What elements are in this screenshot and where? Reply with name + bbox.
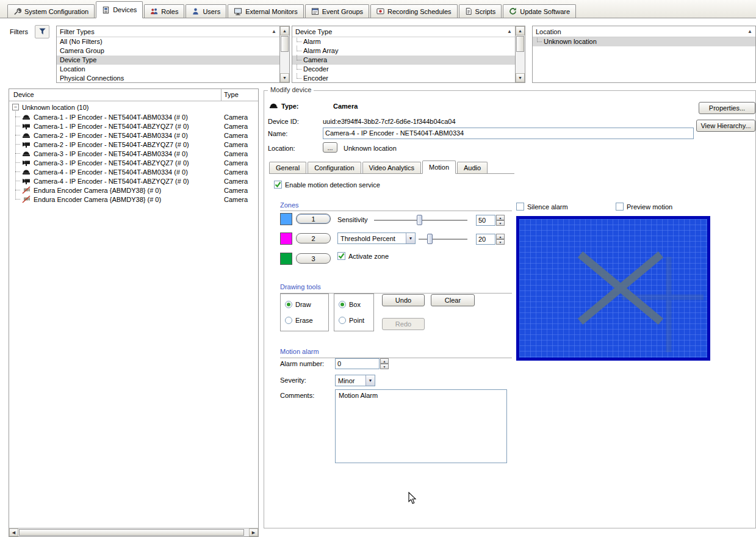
tree-root-row[interactable]: − Unknown location (10) bbox=[9, 102, 258, 112]
point-radio-row[interactable]: Point bbox=[339, 317, 364, 324]
device-type-item[interactable]: Decoder bbox=[292, 65, 515, 74]
filter-types-header[interactable]: Filter Types ▲ bbox=[57, 26, 279, 37]
tab-scripts[interactable]: Scripts bbox=[459, 4, 502, 18]
zone-2-color-swatch[interactable] bbox=[280, 232, 292, 245]
tab-video-analytics[interactable]: Video Analytics bbox=[362, 162, 421, 173]
device-type-item[interactable]: Alarm bbox=[292, 37, 515, 46]
scroll-down-button[interactable]: ▼ bbox=[280, 73, 289, 82]
tab-motion[interactable]: Motion bbox=[422, 160, 456, 174]
zone-1-button[interactable]: 1 bbox=[296, 214, 331, 224]
tab-recording-schedules[interactable]: Recording Schedules bbox=[370, 4, 458, 18]
device-type-item[interactable]: Camera bbox=[292, 56, 515, 65]
tab-roles[interactable]: Roles bbox=[144, 4, 184, 18]
device-type-item[interactable]: Alarm Array bbox=[292, 46, 515, 56]
zone-2-button[interactable]: 2 bbox=[296, 233, 331, 243]
tab-general[interactable]: General bbox=[269, 162, 306, 173]
device-type-item[interactable]: Encoder bbox=[292, 74, 515, 82]
erase-radio-row[interactable]: Erase bbox=[285, 317, 313, 324]
sort-ascending-icon[interactable]: ▲ bbox=[747, 29, 752, 34]
severity-dropdown[interactable]: Minor ▼ bbox=[335, 375, 375, 386]
spin-up-button[interactable]: ▲ bbox=[496, 234, 505, 239]
device-row[interactable]: Camera-2 - IP Encoder - NET5404T-ABZYQZ7… bbox=[9, 140, 258, 149]
radio-unselected-icon[interactable] bbox=[285, 317, 292, 324]
zone-3-button[interactable]: 3 bbox=[296, 253, 331, 264]
device-row[interactable]: Camera-3 - IP Encoder - NET5404T-ABZYQZ7… bbox=[9, 158, 258, 167]
tab-external-monitors[interactable]: External Monitors bbox=[228, 4, 304, 18]
radio-selected-icon[interactable] bbox=[285, 301, 292, 308]
sensitivity-value[interactable]: 50 bbox=[476, 215, 495, 226]
dropdown-arrow-icon[interactable]: ▼ bbox=[365, 375, 375, 386]
motion-zone-canvas[interactable] bbox=[516, 216, 710, 361]
scroll-track[interactable] bbox=[18, 528, 249, 536]
enable-motion-checkbox-row[interactable]: Enable motion detection service bbox=[274, 181, 380, 189]
scroll-up-button[interactable]: ▲ bbox=[280, 26, 289, 35]
checkbox-checked-icon[interactable] bbox=[274, 181, 282, 189]
spin-down-button[interactable]: ▼ bbox=[496, 220, 505, 226]
tab-audio[interactable]: Audio bbox=[457, 162, 488, 173]
preview-motion-checkbox-row[interactable]: Preview motion bbox=[616, 203, 672, 211]
radio-selected-icon[interactable] bbox=[339, 301, 346, 308]
tab-event-groups[interactable]: Event Groups bbox=[305, 4, 369, 18]
tab-system-configuration[interactable]: System Configuration bbox=[7, 4, 95, 18]
slider-thumb[interactable] bbox=[427, 234, 433, 244]
type-column-header[interactable]: Type bbox=[224, 91, 239, 98]
device-row[interactable]: Endura Encoder Camera {ABMDY38} (# 0)Cam… bbox=[9, 195, 258, 204]
checkbox-unchecked-icon[interactable] bbox=[516, 203, 524, 211]
tab-update-software[interactable]: Update Software bbox=[503, 4, 576, 18]
scroll-up-button[interactable]: ▲ bbox=[516, 26, 525, 35]
device-row[interactable]: Camera-3 - IP Encoder - NET5404T-ABM0334… bbox=[9, 149, 258, 158]
checkbox-unchecked-icon[interactable] bbox=[616, 203, 624, 211]
scroll-thumb[interactable] bbox=[281, 36, 289, 52]
device-row[interactable]: Camera-2 - IP Encoder - NET5404T-ABM0334… bbox=[9, 131, 258, 140]
spin-down-button[interactable]: ▼ bbox=[380, 364, 389, 369]
filter-types-scrollbar[interactable]: ▲ ▼ bbox=[280, 26, 290, 83]
location-browse-button[interactable]: ... bbox=[323, 142, 337, 153]
device-row[interactable]: Camera-1 - IP Encoder - NET5404T-ABM0334… bbox=[9, 112, 258, 121]
slider-groove[interactable] bbox=[419, 239, 467, 240]
filter-type-item[interactable]: All (No Filters) bbox=[57, 37, 279, 46]
clear-button[interactable]: Clear bbox=[431, 294, 475, 306]
checkbox-checked-icon[interactable] bbox=[337, 252, 345, 260]
zone-1-color-swatch[interactable] bbox=[280, 213, 292, 225]
comments-textarea[interactable]: Motion Alarm bbox=[335, 389, 507, 463]
draw-radio-row[interactable]: Draw bbox=[285, 301, 311, 308]
device-row[interactable]: Camera-1 - IP Encoder - NET5404T-ABZYQZ7… bbox=[9, 121, 258, 131]
device-row[interactable]: Camera-4 - IP Encoder - NET5404T-ABM0334… bbox=[9, 167, 258, 176]
device-type-scrollbar[interactable]: ▲ ▼ bbox=[516, 26, 525, 83]
radio-unselected-icon[interactable] bbox=[339, 317, 346, 324]
filter-type-item[interactable]: Location bbox=[57, 65, 279, 74]
scroll-thumb[interactable] bbox=[19, 529, 244, 536]
scroll-track[interactable] bbox=[516, 35, 525, 73]
tab-devices[interactable]: Devices bbox=[96, 1, 143, 18]
device-tree-hscrollbar[interactable]: ◀ ▶ bbox=[9, 528, 258, 536]
location-header[interactable]: Location ▲ bbox=[533, 26, 755, 37]
threshold-dropdown[interactable]: Threshold Percent ▼ bbox=[337, 232, 416, 244]
undo-button[interactable]: Undo bbox=[382, 294, 425, 306]
filter-funnel-button[interactable] bbox=[35, 25, 49, 38]
scroll-left-button[interactable]: ◀ bbox=[9, 528, 18, 536]
sort-ascending-icon[interactable]: ▲ bbox=[272, 29, 276, 34]
device-type-header[interactable]: Device Type ▲ bbox=[292, 26, 515, 37]
redo-button[interactable]: Redo bbox=[382, 318, 425, 330]
dropdown-arrow-icon[interactable]: ▼ bbox=[406, 233, 415, 243]
filter-type-item[interactable]: Device Type bbox=[57, 56, 279, 65]
alarm-number-value[interactable]: 0 bbox=[335, 358, 380, 369]
scroll-track[interactable] bbox=[280, 35, 289, 73]
zone-3-color-swatch[interactable] bbox=[280, 253, 292, 265]
view-hierarchy-button[interactable]: View Hierarchy... bbox=[696, 120, 755, 132]
spin-up-button[interactable]: ▲ bbox=[496, 215, 505, 220]
slider-thumb[interactable] bbox=[417, 215, 422, 225]
device-column-header[interactable]: Device bbox=[13, 91, 34, 98]
scroll-thumb[interactable] bbox=[516, 36, 524, 52]
properties-button[interactable]: Properties... bbox=[699, 102, 755, 114]
activate-zone-checkbox-row[interactable]: Activate zone bbox=[337, 252, 389, 260]
filter-type-item[interactable]: Camera Group bbox=[57, 46, 279, 56]
scroll-down-button[interactable]: ▼ bbox=[516, 73, 525, 82]
name-input[interactable]: Camera-4 - IP Encoder - NET5404T-ABM0334 bbox=[323, 128, 694, 139]
collapse-icon[interactable]: − bbox=[12, 104, 19, 110]
device-row[interactable]: Endura Encoder Camera {ABMDY38} (# 0)Cam… bbox=[9, 186, 258, 195]
silence-alarm-checkbox-row[interactable]: Silence alarm bbox=[516, 203, 568, 211]
tab-configuration[interactable]: Configuration bbox=[308, 162, 361, 173]
filter-type-item[interactable]: Physical Connections bbox=[57, 74, 279, 82]
sort-ascending-icon[interactable]: ▲ bbox=[507, 29, 512, 34]
